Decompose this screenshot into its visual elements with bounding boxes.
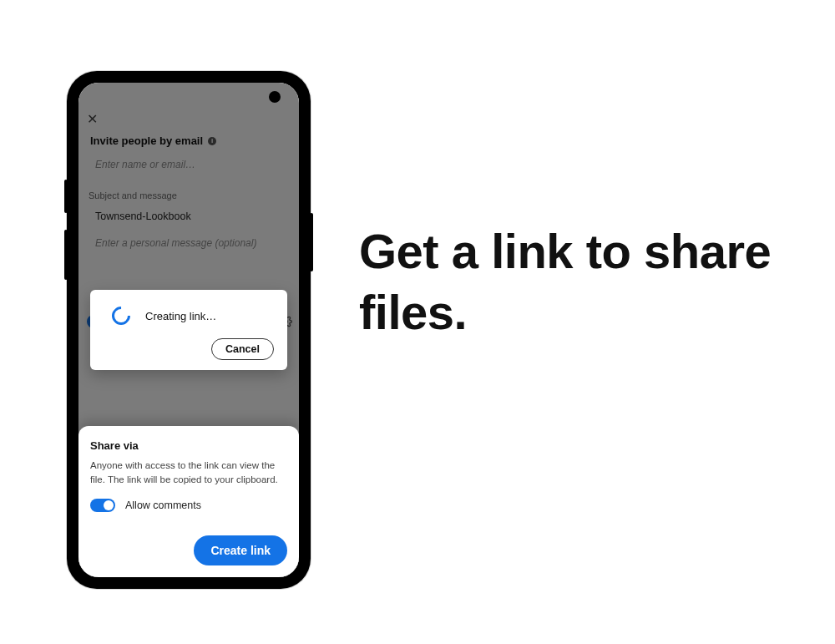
dialog-status-text: Creating link…: [145, 310, 216, 322]
loading-spinner-icon: [108, 302, 134, 328]
phone-side-button: [310, 213, 313, 271]
headline-text: Get a link to share files.: [359, 221, 810, 342]
phone-side-button: [64, 230, 68, 280]
phone-frame: ✕ Invite people by email i Enter name or…: [67, 71, 311, 589]
allow-comments-toggle[interactable]: [90, 499, 115, 512]
share-via-description: Anyone with access to the link can view …: [90, 459, 287, 488]
share-via-sheet: Share via Anyone with access to the link…: [78, 426, 299, 578]
cancel-button[interactable]: Cancel: [211, 338, 274, 360]
allow-comments-label: Allow comments: [125, 499, 201, 511]
phone-screen: ✕ Invite people by email i Enter name or…: [78, 83, 299, 577]
camera-hole: [269, 91, 281, 103]
create-link-button[interactable]: Create link: [194, 535, 287, 565]
creating-link-dialog: Creating link… Cancel: [90, 290, 287, 370]
promo-stage: Get a link to share files. ✕ Invite peop…: [0, 0, 835, 644]
share-via-title: Share via: [90, 439, 287, 452]
phone-side-button: [64, 180, 68, 213]
